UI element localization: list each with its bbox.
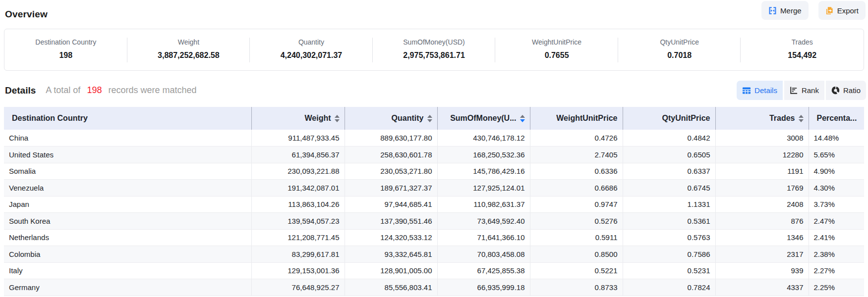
stat-value: 198 <box>4 50 127 60</box>
caret-down-icon <box>520 119 525 122</box>
stat-value: 154,492 <box>741 50 864 60</box>
column-label: Weight <box>304 114 331 123</box>
cell-quantity: 230,053,271.80 <box>345 163 437 180</box>
table-header-row: Destination CountryWeightQuantitySumOfMo… <box>4 107 864 130</box>
cell-weightunitprice: 0.8733 <box>530 279 623 296</box>
cell-qtyunitprice: 0.6745 <box>623 180 715 197</box>
cell-sumofmoney-u: 67,425,855.38 <box>437 262 530 279</box>
cell-quantity: 889,630,177.80 <box>345 130 437 147</box>
cell-weight: 61,394,856.37 <box>251 147 345 163</box>
column-label: WeightUnitPrice <box>556 114 617 123</box>
table-row-venezuela: Venezuela191,342,087.01189,671,327.37127… <box>4 180 864 197</box>
table-row-somalia: Somalia230,093,221.88230,053,271.80145,7… <box>4 163 864 180</box>
table-row-south-korea: South Korea139,594,057.23137,390,551.467… <box>4 213 864 230</box>
cell-trades: 2408 <box>715 196 809 213</box>
view-tab-label: Details <box>754 86 777 95</box>
column-label: Percenta... <box>817 114 857 123</box>
records-matched-summary: A total of198records were matched <box>46 85 196 96</box>
cell-destination-country: Somalia <box>4 163 251 180</box>
merge-button[interactable]: Merge <box>761 1 809 20</box>
summary-prefix: A total of <box>46 85 80 95</box>
sort-carets-icon <box>427 115 432 122</box>
cell-sumofmoney-u: 110,982,631.37 <box>437 196 530 213</box>
column-header-weight[interactable]: Weight <box>251 107 345 130</box>
cell-sumofmoney-u: 70,803,458.08 <box>437 246 530 263</box>
cell-weight: 113,863,104.26 <box>251 196 345 213</box>
cell-sumofmoney-u: 127,925,124.01 <box>437 180 530 197</box>
stat-value: 0.7018 <box>618 50 741 60</box>
column-header-quantity[interactable]: Quantity <box>345 107 437 130</box>
stat-label: WeightUnitPrice <box>495 38 618 47</box>
table-row-united-states: United States61,394,856.37258,630,601.78… <box>4 147 864 163</box>
cell-trades: 4337 <box>715 279 809 296</box>
column-header-weightunitprice: WeightUnitPrice <box>530 107 623 130</box>
stat-value: 3,887,252,682.58 <box>127 50 250 60</box>
cell-qtyunitprice: 0.6505 <box>623 147 715 163</box>
view-tab-label: Rank <box>802 86 819 95</box>
caret-up-icon <box>427 115 432 118</box>
details-table: Destination CountryWeightQuantitySumOfMo… <box>4 107 864 296</box>
stat-label: Quantity <box>250 38 373 47</box>
matched-count: 198 <box>87 85 102 95</box>
export-button[interactable]: Export <box>818 1 866 20</box>
cell-weightunitprice: 2.7405 <box>530 147 623 163</box>
cell-sumofmoney-u: 168,250,532.36 <box>437 147 530 163</box>
cell-quantity: 189,671,327.37 <box>345 180 437 197</box>
view-tab-label: Ratio <box>843 86 861 95</box>
caret-up-icon <box>335 115 340 118</box>
cell-weightunitprice: 0.9747 <box>530 196 623 213</box>
cell-destination-country: Italy <box>4 262 251 279</box>
cell-qtyunitprice: 0.5361 <box>623 213 715 230</box>
table-row-germany: Germany76,648,925.2785,556,803.4166,935,… <box>4 279 864 296</box>
cell-percenta: 4.30% <box>809 180 864 197</box>
cell-destination-country: Japan <box>4 196 251 213</box>
stat-label: Weight <box>127 38 250 47</box>
cell-weightunitprice: 0.5276 <box>530 213 623 230</box>
merge-button-label: Merge <box>780 6 802 15</box>
view-tab-rank[interactable]: Rank <box>784 81 824 100</box>
cell-weight: 76,648,925.27 <box>251 279 345 296</box>
cell-weight: 83,299,617.81 <box>251 246 345 263</box>
column-header-qtyunitprice: QtyUnitPrice <box>623 107 715 130</box>
cell-weightunitprice: 0.5221 <box>530 262 623 279</box>
stat-qtyunitprice: QtyUnitPrice0.7018 <box>618 38 741 62</box>
table-icon <box>742 86 751 95</box>
cell-percenta: 2.47% <box>809 213 864 230</box>
sort-carets-icon <box>335 115 340 122</box>
table-row-japan: Japan113,863,104.2697,944,685.41110,982,… <box>4 196 864 213</box>
column-header-trades[interactable]: Trades <box>715 107 809 130</box>
cell-destination-country: Colombia <box>4 246 251 263</box>
table-row-italy: Italy129,153,001.36128,901,005.0067,425,… <box>4 262 864 279</box>
cell-destination-country: Venezuela <box>4 180 251 197</box>
cell-percenta: 3.73% <box>809 196 864 213</box>
details-title: Details <box>5 85 36 96</box>
cell-weight: 191,342,087.01 <box>251 180 345 197</box>
stat-label: QtyUnitPrice <box>618 38 741 47</box>
cell-sumofmoney-u: 73,649,592.40 <box>437 213 530 230</box>
cell-sumofmoney-u: 66,935,999.18 <box>437 279 530 296</box>
cell-weightunitprice: 0.5911 <box>530 229 623 246</box>
column-header-sumofmoney-u[interactable]: SumOfMoney(U... <box>437 107 530 130</box>
view-switch: DetailsRankRatio <box>737 81 866 100</box>
cell-weightunitprice: 0.6686 <box>530 180 623 197</box>
cell-destination-country: Germany <box>4 279 251 296</box>
cell-sumofmoney-u: 71,641,366.10 <box>437 229 530 246</box>
cell-weightunitprice: 0.8500 <box>530 246 623 263</box>
cell-quantity: 258,630,601.78 <box>345 147 437 163</box>
caret-down-icon <box>427 119 432 122</box>
cell-qtyunitprice: 0.6337 <box>623 163 715 180</box>
table-row-colombia: Colombia83,299,617.8193,332,645.8170,803… <box>4 246 864 263</box>
cell-quantity: 93,332,645.81 <box>345 246 437 263</box>
view-tab-ratio[interactable]: Ratio <box>826 81 866 100</box>
stat-label: Destination Country <box>4 38 127 47</box>
cell-trades: 876 <box>715 213 809 230</box>
cell-destination-country: Netherlands <box>4 229 251 246</box>
column-label: Destination Country <box>12 114 88 123</box>
overview-stats-card: Destination Country198Weight3,887,252,68… <box>4 29 864 71</box>
cell-destination-country: South Korea <box>4 213 251 230</box>
cell-percenta: 2.41% <box>809 229 864 246</box>
view-tab-details[interactable]: Details <box>737 81 783 100</box>
stat-value: 4,240,302,071.37 <box>250 50 373 60</box>
stat-destination-country: Destination Country198 <box>4 38 127 62</box>
cell-trades: 1769 <box>715 180 809 197</box>
